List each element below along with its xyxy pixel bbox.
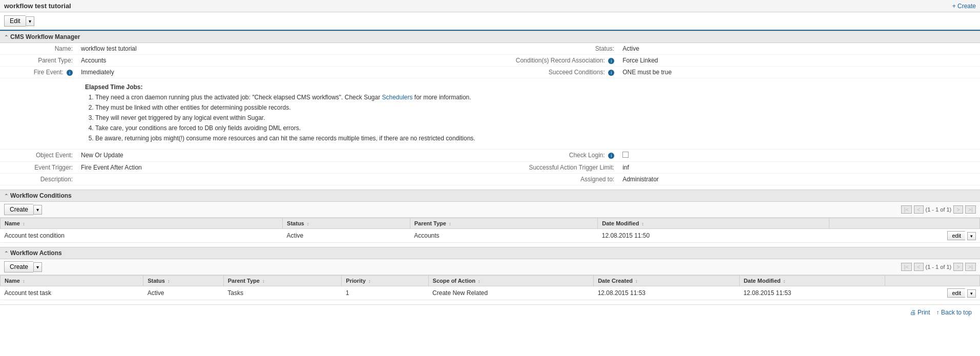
- status-value: Active: [618, 43, 980, 55]
- conditions-col-parent-type[interactable]: Parent Type ↕: [410, 218, 598, 229]
- event-trigger-value: Fire Event After Action: [77, 162, 512, 174]
- actions-date-created-sort-icon: ↕: [635, 279, 638, 284]
- conditions-section-toggle[interactable]: ⌃: [4, 193, 8, 199]
- actions-row-edit-button[interactable]: edit: [947, 288, 965, 298]
- edit-button[interactable]: Edit: [4, 15, 26, 27]
- name-label: Name:: [0, 43, 77, 55]
- actions-col-actions: [885, 276, 980, 286]
- actions-col-date-modified[interactable]: Date Modified ↕: [739, 276, 885, 286]
- actions-first-page[interactable]: |<: [901, 263, 912, 271]
- elapsed-time-box: Elapsed Time Jobs: They need a cron daem…: [81, 80, 976, 147]
- fire-event-row: Fire Event: i Immediately Succeed Condit…: [0, 67, 980, 78]
- actions-prev-page[interactable]: <: [914, 263, 923, 271]
- actions-page-info: (1 - 1 of 1): [926, 264, 952, 270]
- cms-section-toggle[interactable]: ⌃: [4, 34, 8, 40]
- actions-next-page[interactable]: >: [953, 263, 963, 271]
- actions-row-status: Active: [143, 286, 223, 300]
- conditions-prev-page[interactable]: <: [914, 205, 923, 214]
- actions-col-date-created[interactable]: Date Created ↕: [594, 276, 740, 286]
- schedulers-link[interactable]: Schedulers: [382, 94, 412, 101]
- actions-col-status[interactable]: Status ↕: [143, 276, 223, 286]
- conditions-pagination: |< < (1 - 1 of 1) > >|: [901, 205, 976, 214]
- actions-row-date-created: 12.08.2015 11:53: [594, 286, 740, 300]
- conditions-row-parent-type: Accounts: [410, 229, 598, 243]
- succeed-conditions-value: ONE must be true: [618, 67, 980, 78]
- cms-section-title: CMS Workflow Manager: [10, 33, 80, 40]
- successful-action-value: inf: [618, 162, 980, 174]
- check-login-checkbox[interactable]: [622, 152, 629, 158]
- conditions-last-page[interactable]: >|: [965, 205, 976, 214]
- conditions-next-page[interactable]: >: [953, 205, 963, 214]
- actions-row-date-modified: 12.08.2015 11:53: [739, 286, 885, 300]
- conditions-row-edit-button[interactable]: edit: [947, 231, 965, 240]
- elapsed-time-row: Elapsed Time Jobs: They need a cron daem…: [0, 78, 980, 150]
- actions-row-edit-dropdown[interactable]: ▾: [967, 289, 976, 298]
- cms-section-header: ⌃ CMS Workflow Manager: [0, 31, 980, 43]
- conditions-status-sort-icon: ↕: [307, 221, 309, 226]
- actions-status-sort-icon: ↕: [168, 279, 170, 284]
- successful-action-label: Successful Action Trigger Limit:: [512, 162, 618, 174]
- actions-col-name[interactable]: Name ↕: [1, 276, 143, 286]
- actions-section-toggle[interactable]: ⌃: [4, 250, 8, 256]
- conditions-name-sort-icon: ↕: [23, 221, 25, 226]
- conditions-first-page[interactable]: |<: [901, 205, 912, 214]
- actions-row-name: Account test task: [1, 286, 143, 300]
- actions-name-sort-icon: ↕: [23, 279, 25, 284]
- elapsed-item-5: Be aware, returning jobs might(!) consum…: [95, 134, 972, 143]
- parent-type-value: Accounts: [77, 55, 512, 67]
- description-value: [77, 174, 512, 185]
- object-event-row: Object Event: New Or Update Check Login:…: [0, 150, 980, 162]
- actions-col-scope[interactable]: Scope of Action ↕: [428, 276, 594, 286]
- actions-row-actions: edit ▾: [885, 286, 980, 300]
- toolbar: Edit ▾: [0, 12, 980, 31]
- conditions-col-name[interactable]: Name ↕: [1, 218, 283, 229]
- conditions-row-edit-dropdown[interactable]: ▾: [967, 232, 976, 240]
- object-event-value: New Or Update: [77, 150, 512, 162]
- fire-event-info-icon[interactable]: i: [67, 70, 73, 76]
- description-label: Description:: [0, 174, 77, 185]
- conditions-create-dropdown[interactable]: ▾: [33, 205, 42, 215]
- assigned-to-label: Assigned to:: [512, 174, 618, 185]
- actions-parent-sort-icon: ↕: [262, 279, 265, 284]
- conditions-table: Name ↕ Status ↕ Parent Type ↕ Date Modif…: [0, 218, 980, 243]
- actions-table-header: Name ↕ Status ↕ Parent Type ↕ Priority ↕…: [1, 276, 980, 286]
- conditions-col-date-modified[interactable]: Date Modified ↕: [598, 218, 829, 229]
- actions-col-parent-type[interactable]: Parent Type ↕: [223, 276, 342, 286]
- print-label: Print: [918, 309, 930, 316]
- back-to-top-label: Back to top: [941, 309, 972, 316]
- succeed-conditions-info-icon[interactable]: i: [608, 70, 614, 76]
- table-row: Account test task Active Tasks 1 Create …: [1, 286, 980, 300]
- elapsed-item-3: They will never get triggered by any log…: [95, 113, 972, 122]
- elapsed-item-4: Take care, your conditions are forced to…: [95, 123, 972, 133]
- name-value: workflow test tutorial: [77, 43, 512, 55]
- page-title: workflow test tutorial: [4, 2, 71, 10]
- print-link[interactable]: 🖨 Print: [910, 309, 930, 316]
- conditions-row-actions: edit ▾: [829, 229, 980, 243]
- check-login-info-icon[interactable]: i: [608, 153, 614, 159]
- actions-create-button[interactable]: Create: [4, 261, 33, 273]
- actions-col-priority[interactable]: Priority ↕: [342, 276, 428, 286]
- event-trigger-label: Event Trigger:: [0, 162, 77, 174]
- elapsed-time-title: Elapsed Time Jobs:: [85, 83, 972, 91]
- parent-type-row: Parent Type: Accounts Condition(s) Recor…: [0, 55, 980, 67]
- actions-create-dropdown[interactable]: ▾: [33, 262, 42, 272]
- conditions-row-status: Active: [283, 229, 410, 243]
- conditions-col-status[interactable]: Status ↕: [283, 218, 410, 229]
- conditions-row-date-modified: 12.08.2015 11:50: [598, 229, 829, 243]
- conditions-record-label: Condition(s) Record Association:: [516, 57, 605, 64]
- event-trigger-row: Event Trigger: Fire Event After Action S…: [0, 162, 980, 174]
- conditions-create-button[interactable]: Create: [4, 204, 33, 215]
- actions-scope-sort-icon: ↕: [478, 279, 481, 284]
- create-link[interactable]: Create: [952, 3, 976, 10]
- conditions-record-info-icon[interactable]: i: [608, 58, 614, 64]
- edit-dropdown-button[interactable]: ▾: [26, 16, 34, 26]
- cms-detail-table: Name: workflow test tutorial Status: Act…: [0, 43, 980, 185]
- conditions-page-info: (1 - 1 of 1): [926, 206, 952, 213]
- back-to-top-link[interactable]: ↑ Back to top: [936, 309, 972, 316]
- page-header: workflow test tutorial Create: [0, 0, 980, 12]
- name-row: Name: workflow test tutorial Status: Act…: [0, 43, 980, 55]
- page-footer: 🖨 Print ↑ Back to top: [0, 304, 980, 320]
- parent-type-label: Parent Type:: [0, 55, 77, 67]
- actions-last-page[interactable]: >|: [965, 263, 976, 271]
- actions-section-header: ⌃ Workflow Actions: [0, 247, 980, 259]
